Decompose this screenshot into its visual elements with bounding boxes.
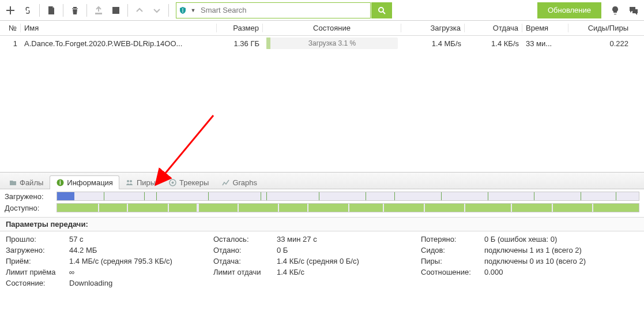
toolbar-separator — [127, 4, 128, 17]
cell-upload: 1.4 КБ/s — [465, 39, 522, 48]
search-button[interactable] — [371, 2, 392, 18]
svg-point-5 — [130, 180, 132, 182]
elapsed-value: 57 с — [69, 235, 213, 244]
recv-label: Приём: — [6, 257, 69, 265]
detail-tabs: Файлы i Информация Пиры Трекеры Graphs — [0, 172, 644, 189]
chat-icon[interactable] — [626, 2, 642, 18]
peers-value: подключены 0 из 10 (всего 2) — [484, 257, 628, 265]
send-value: 1.4 КБ/с (средняя 0 Б/с) — [277, 257, 421, 265]
search-engine-dropdown[interactable]: ▼ — [189, 8, 197, 13]
table-row[interactable]: 1 A.Dance.To.Forget.2020.P.WEB-DLRip.14O… — [0, 36, 644, 51]
pieces-avail-label: Доступно: — [5, 204, 52, 212]
cell-num: 1 — [0, 39, 21, 48]
ulim-label: Лимит отдачи — [213, 268, 277, 276]
tab-info[interactable]: i Информация — [50, 175, 119, 189]
up-value: 0 Б — [277, 246, 421, 254]
seeds-label: Сидов: — [421, 246, 484, 254]
search-box: ▼ — [176, 2, 371, 18]
svg-point-1 — [379, 8, 383, 12]
tab-trackers[interactable]: Трекеры — [162, 175, 215, 189]
col-num[interactable]: № — [0, 24, 21, 32]
add-link-button[interactable] — [20, 2, 36, 18]
remain-value: 33 мин 27 с — [277, 235, 421, 244]
tab-peers[interactable]: Пиры — [119, 175, 162, 189]
svg-point-4 — [127, 180, 129, 182]
toolbar-separator — [86, 4, 87, 17]
lost-label: Потеряно: — [421, 235, 484, 244]
svg-point-7 — [171, 182, 174, 184]
pieces-loaded-bar — [57, 192, 639, 201]
move-up-button[interactable] — [131, 2, 148, 18]
new-torrent-button[interactable] — [43, 2, 59, 18]
peers-icon — [126, 179, 134, 187]
lost-value: 0 Б (ошибок хеша: 0) — [484, 235, 628, 244]
transfer-stats: Прошло: 57 с Осталось: 33 мин 27 с Потер… — [0, 231, 644, 287]
info-icon: i — [56, 179, 64, 187]
remain-label: Осталось: — [213, 235, 277, 244]
add-torrent-button[interactable] — [2, 2, 18, 18]
col-size[interactable]: Размер — [217, 24, 263, 32]
delete-button[interactable] — [67, 2, 83, 18]
move-down-button[interactable] — [149, 2, 165, 18]
svg-rect-0 — [112, 7, 119, 14]
trackers-icon — [168, 179, 176, 187]
elapsed-label: Прошло: — [6, 235, 69, 244]
start-button[interactable] — [91, 2, 107, 18]
main-toolbar: ▼ Обновление — [0, 0, 644, 21]
cell-ratio: 0.222 — [568, 39, 632, 48]
ratio-label: Соотношение: — [421, 268, 484, 276]
cell-name: A.Dance.To.Forget.2020.P.WEB-DLRip.14OO.… — [21, 39, 217, 48]
pieces-loaded-label: Загружено: — [5, 192, 52, 201]
svg-text:i: i — [59, 179, 61, 186]
stop-button[interactable] — [108, 2, 124, 18]
send-label: Отдача: — [213, 257, 277, 265]
col-upload[interactable]: Отдача — [465, 24, 522, 32]
stats-header: Параметры передачи: — [0, 217, 644, 231]
up-label: Отдано: — [213, 246, 277, 254]
state-value: Downloading — [69, 279, 213, 287]
torrent-column-headers[interactable]: № Имя Размер Состояние Загрузка Отдача В… — [0, 21, 644, 36]
cell-state: Загрузка 3.1 % — [263, 38, 401, 49]
seeds-value: подключены 1 из 1 (всего 2) — [484, 246, 628, 254]
search-input[interactable] — [197, 3, 370, 18]
down-label: Загружено: — [6, 246, 69, 254]
files-icon — [9, 179, 17, 187]
cell-size: 1.36 ГБ — [217, 39, 263, 48]
shield-icon — [176, 6, 189, 14]
col-state[interactable]: Состояние — [263, 24, 401, 32]
dlim-value: ∞ — [69, 268, 213, 276]
toolbar-separator — [39, 4, 40, 17]
col-ratio[interactable]: Сиды/Пиры — [568, 24, 632, 32]
recv-value: 1.4 МБ/с (средняя 795.3 КБ/с) — [69, 257, 213, 265]
pieces-avail-row: Доступно: — [0, 201, 644, 212]
col-time[interactable]: Время — [522, 24, 568, 32]
update-button[interactable]: Обновление — [537, 2, 601, 18]
hint-icon[interactable] — [607, 2, 623, 18]
tab-graphs[interactable]: Graphs — [215, 175, 263, 189]
torrent-list-empty-area — [0, 51, 644, 172]
ratio-value: 0.000 — [484, 268, 628, 276]
pieces-avail-bar — [57, 203, 639, 212]
toolbar-separator — [63, 4, 63, 17]
col-download[interactable]: Загрузка — [401, 24, 465, 32]
peers-label: Пиры: — [421, 257, 484, 265]
state-label: Состояние: — [6, 279, 69, 287]
col-name[interactable]: Имя — [21, 24, 217, 32]
graphs-icon — [221, 179, 229, 187]
cell-time: 33 ми... — [522, 39, 568, 48]
ulim-value: 1.4 КБ/с — [277, 268, 421, 276]
down-value: 44.2 МБ — [69, 246, 213, 254]
pieces-loaded-row: Загружено: — [0, 189, 644, 201]
cell-download: 1.4 МБ/s — [401, 39, 465, 48]
dlim-label: Лимит приёма — [6, 268, 69, 276]
toolbar-separator — [168, 4, 169, 17]
tab-files[interactable]: Файлы — [2, 175, 50, 189]
